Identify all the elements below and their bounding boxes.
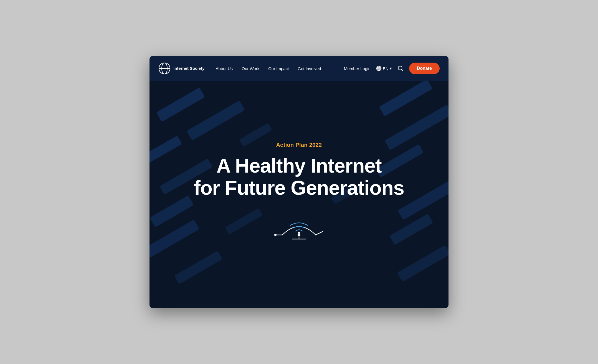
hero-subtitle: Action Plan 2022 [194, 142, 404, 148]
svg-point-18 [298, 234, 300, 236]
lang-caret: ▾ [390, 66, 392, 71]
logo-icon [158, 62, 171, 75]
search-icon[interactable] [397, 65, 404, 71]
hero-title-line2: for Future Generations [194, 177, 404, 199]
hero-title-line1: A Healthy Internet [216, 155, 381, 177]
nav-about-us[interactable]: About Us [216, 66, 233, 71]
svg-line-12 [401, 70, 403, 71]
hero-section: Action Plan 2022 A Healthy Internet for … [150, 81, 448, 308]
lang-label: EN [383, 66, 389, 71]
svg-point-16 [274, 234, 277, 236]
logo-link[interactable]: Internet Society [158, 62, 205, 75]
svg-point-19 [298, 232, 300, 234]
donate-button[interactable]: Donate [409, 63, 440, 74]
member-login-link[interactable]: Member Login [344, 66, 371, 71]
nav-right: Member Login EN ▾ Donate [344, 63, 440, 74]
language-selector[interactable]: EN ▾ [376, 66, 392, 71]
nav-links: About Us Our Work Our Impact Get Involve… [216, 66, 344, 71]
navbar: Internet Society About Us Our Work Our I… [150, 56, 448, 81]
hero-content: Action Plan 2022 A Healthy Internet for … [194, 142, 404, 241]
nav-our-impact[interactable]: Our Impact [268, 66, 289, 71]
nav-get-involved[interactable]: Get Involved [298, 66, 321, 71]
logo-text: Internet Society [173, 66, 205, 71]
hero-title: A Healthy Internet for Future Generation… [194, 155, 404, 199]
wifi-dish-icon [271, 213, 327, 240]
svg-line-17 [316, 232, 323, 235]
nav-our-work[interactable]: Our Work [242, 66, 259, 71]
globe-icon [376, 66, 382, 71]
browser-frame: Internet Society About Us Our Work Our I… [150, 56, 448, 308]
